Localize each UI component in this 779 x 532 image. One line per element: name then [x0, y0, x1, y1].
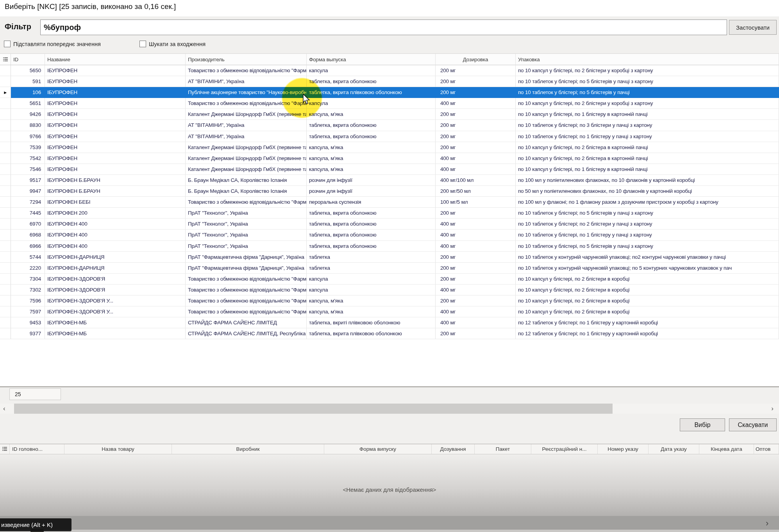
cell[interactable]: розчин для інфузії [307, 186, 436, 197]
table-row[interactable]: ▶106ІБУПРОФЕНПублічне акціонерне товарис… [0, 87, 779, 98]
cell[interactable]: АТ "ВІТАМІНИ", Україна [186, 76, 307, 87]
cell[interactable]: таблетка, вкрита оболонкою [307, 120, 436, 131]
cell[interactable]: 200 мг [436, 208, 516, 219]
cell[interactable]: таблетка [307, 252, 436, 263]
cell[interactable]: 7302 [11, 285, 45, 295]
cell[interactable]: ІБУПРОФЕН 400 [45, 241, 186, 252]
cell[interactable]: ІБУПРОФЕН-ЗДОРОВ'Я У... [45, 295, 186, 306]
cell[interactable]: ІБУПРОФЕН [45, 87, 186, 98]
table-row[interactable]: 591ІБУПРОФЕНАТ "ВІТАМІНИ", Українатаблет… [0, 76, 779, 87]
cell[interactable]: 400 мг [436, 317, 516, 328]
cell[interactable]: 6970 [11, 219, 45, 230]
cell[interactable]: пероральна суспензія [307, 197, 436, 208]
cell[interactable]: по 50 мл у поліетиленових флаконах, по 1… [516, 186, 779, 197]
cell[interactable]: ІБУПРОФЕН [45, 65, 186, 76]
cell[interactable]: ІБУПРОФЕН 400 [45, 230, 186, 240]
cell[interactable]: капсула [307, 274, 436, 285]
cell[interactable]: 400 мг [436, 98, 516, 109]
cell[interactable]: таблетка [307, 263, 436, 274]
table-row[interactable]: 7597ІБУПРОФЕН-ЗДОРОВ'Я У...Товариство з … [0, 306, 779, 317]
table-row[interactable]: 7294ІБУПРОФЕН БЕБІТовариство з обмеженою… [0, 197, 779, 208]
cell[interactable]: 9453 [11, 317, 45, 328]
cell[interactable]: Каталент Джермані Шорндорф ГмбХ (первинн… [186, 142, 307, 153]
column-header[interactable]: ID [11, 54, 45, 65]
cell[interactable]: по 10 таблеток у блістері; по 3 блістери… [516, 120, 779, 131]
cell[interactable]: по 10 капсул у блістері, по 2 блістери у… [516, 98, 779, 109]
cell[interactable]: 200 мг [436, 109, 516, 120]
column-chooser-icon[interactable] [0, 54, 11, 65]
cell[interactable]: капсула, м'яка [307, 153, 436, 164]
column-header[interactable]: Дозування [432, 444, 475, 454]
cell[interactable]: 7596 [11, 295, 45, 306]
filter-input[interactable] [40, 20, 727, 35]
cell[interactable]: Товариство з обмеженою відповідальністю … [186, 65, 307, 76]
cell[interactable]: ПрАТ "Фармацевтична фірма "Дарниця", Укр… [186, 252, 307, 263]
table-row[interactable]: 7539ІБУПРОФЕНКаталент Джермані Шорндорф … [0, 142, 779, 153]
substitute-previous-checkbox[interactable]: Підставляти попереднє значення [4, 41, 101, 47]
cell[interactable]: ПрАТ "Технолог", Україна [186, 241, 307, 252]
column-header[interactable]: Назва товару [64, 444, 172, 454]
table-row[interactable]: 5744ІБУПРОФЕН-ДАРНИЦЯПрАТ "Фармацевтична… [0, 252, 779, 263]
cell[interactable]: капсула, м'яка [307, 164, 436, 175]
cell[interactable]: таблетка, вкрита оболонкою [307, 219, 436, 230]
cell[interactable]: 7546 [11, 164, 45, 175]
cell[interactable]: 200 мг [436, 328, 516, 339]
cell[interactable]: по 10 таблеток у блістері; по 5 блістері… [516, 208, 779, 219]
cell[interactable]: по 10 капсул у блістері, по 2 блістера в… [516, 142, 779, 153]
cell[interactable]: ІБУПРОФЕН [45, 109, 186, 120]
column-header[interactable]: Оптов [754, 444, 779, 454]
search-by-entry-checkbox[interactable]: Шукати за входження [139, 41, 205, 47]
select-button[interactable]: Вибір [680, 418, 725, 431]
cell[interactable]: таблетка, вкриті плівковою оболонкою [307, 317, 436, 328]
cell[interactable]: ІБУПРОФЕН-ЗДОРОВ'Я [45, 285, 186, 295]
cell[interactable]: капсула, м'яка [307, 109, 436, 120]
table-row[interactable]: 9453ІБУПРОФЕН-МБСТРАЙДС ФАРМА САЙЕНС ЛІМ… [0, 317, 779, 328]
table-row[interactable]: 9766ІБУПРОФЕНАТ "ВІТАМІНИ", Українатабле… [0, 131, 779, 142]
cell[interactable]: по 100 мл у поліетиленових флаконах, по … [516, 175, 779, 186]
scrollbar-thumb[interactable] [14, 404, 613, 414]
cell[interactable]: ІБУПРОФЕН [45, 153, 186, 164]
cell[interactable]: АТ "ВІТАМІНИ", Україна [186, 120, 307, 131]
cell[interactable]: Каталент Джермані Шорндорф ГмбХ (первинн… [186, 109, 307, 120]
cell[interactable]: ІБУПРОФЕН-ЗДОРОВ'Я [45, 274, 186, 285]
cell[interactable]: по 10 таблеток у блістері; по 5 блістері… [516, 87, 779, 98]
cell[interactable]: 7597 [11, 306, 45, 317]
column-header[interactable]: Дозировка [436, 54, 516, 65]
cell[interactable]: 9947 [11, 186, 45, 197]
cell[interactable]: ПрАТ "Технолог", Україна [186, 208, 307, 219]
cell[interactable]: по 10 таблеток у блістері; по 5 блістері… [516, 76, 779, 87]
cell[interactable]: ІБУПРОФЕН [45, 131, 186, 142]
checkbox-box[interactable] [4, 41, 11, 47]
cell[interactable]: 6968 [11, 230, 45, 240]
cell[interactable]: ІБУПРОФЕН БЕБІ [45, 197, 186, 208]
apply-button[interactable]: Застосувати [729, 20, 777, 35]
column-header[interactable]: Реєстраційний н... [531, 444, 598, 454]
cell[interactable]: Товариство з обмеженою відповідальністю … [186, 274, 307, 285]
scroll-right-icon[interactable]: › [771, 404, 774, 413]
cell[interactable]: по 10 капсул у блістері, по 2 блістери у… [516, 65, 779, 76]
cell[interactable]: 400 мг [436, 153, 516, 164]
checkbox-box[interactable] [139, 41, 146, 47]
column-header[interactable]: Название [45, 54, 186, 65]
cell[interactable]: ІБУПРОФЕН 200 [45, 208, 186, 219]
cell[interactable]: АТ "ВІТАМІНИ", Україна [186, 131, 307, 142]
cell[interactable]: 2220 [11, 263, 45, 274]
cell[interactable]: 400 мг [436, 219, 516, 230]
cell[interactable]: капсула [307, 285, 436, 295]
cell[interactable]: 200 мг [436, 120, 516, 131]
column-header[interactable]: ID головно... [10, 444, 64, 454]
cell[interactable]: 9766 [11, 131, 45, 142]
cell[interactable]: розчин для інфузії [307, 175, 436, 186]
cell[interactable]: капсула [307, 65, 436, 76]
column-header[interactable]: Упаковка [516, 54, 779, 65]
table-row[interactable]: 6968ІБУПРОФЕН 400ПрАТ "Технолог", Україн… [0, 230, 779, 240]
column-chooser-icon[interactable] [0, 444, 10, 454]
cell[interactable]: ІБУПРОФЕН-МБ [45, 317, 186, 328]
cell[interactable]: 591 [11, 76, 45, 87]
column-header[interactable]: Виробник [172, 444, 324, 454]
column-header[interactable]: Номер указу [598, 444, 649, 454]
table-row[interactable]: 6966ІБУПРОФЕН 400ПрАТ "Технолог", Україн… [0, 241, 779, 252]
cell[interactable]: 6966 [11, 241, 45, 252]
cell[interactable]: Публічне акціонерне товариство "Науково-… [186, 87, 307, 98]
cell[interactable]: 200 мг [436, 76, 516, 87]
